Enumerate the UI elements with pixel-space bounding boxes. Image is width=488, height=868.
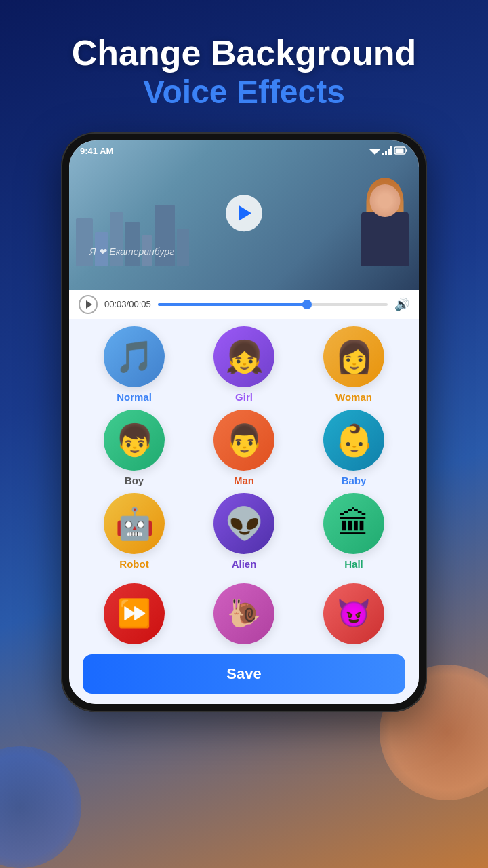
effect-circle-boy: 👦 (104, 410, 165, 471)
header-title-line1: Change Background (72, 34, 417, 73)
effect-item-normal[interactable]: 🎵Normal (83, 326, 186, 403)
progress-dot (302, 300, 312, 309)
svg-rect-5 (390, 146, 392, 155)
save-bar: Save (69, 648, 419, 704)
effect-circle-snail: 🐌 (214, 583, 274, 644)
svg-rect-8 (396, 149, 404, 153)
effect-label-man: Man (234, 475, 254, 486)
video-controls: 00:03/00:05 🔊 (69, 290, 419, 319)
effect-circle-normal: 🎵 (104, 326, 165, 387)
progress-fill (158, 303, 308, 306)
effect-circle-girl: 👧 (214, 326, 274, 387)
effect-item-snail[interactable]: 🐌 (192, 583, 296, 644)
effect-circle-fast: ⏩ (104, 583, 165, 644)
effect-label-robot: Robot (119, 558, 148, 570)
effect-label-boy: Boy (125, 475, 144, 486)
effect-label-alien: Alien (232, 558, 257, 570)
svg-rect-7 (406, 149, 407, 152)
video-play-small-button[interactable] (79, 295, 98, 314)
effect-circle-alien: 👽 (214, 493, 274, 554)
phone-screen: 9:41 AM (69, 140, 419, 704)
volume-icon[interactable]: 🔊 (394, 297, 409, 312)
progress-bar[interactable] (158, 303, 388, 306)
signal-icon (382, 146, 392, 155)
video-section: 9:41 AM (69, 140, 419, 290)
wifi-icon (369, 146, 380, 155)
water (69, 266, 419, 290)
video-time-display: 00:03/00:05 (104, 299, 151, 309)
effect-label-baby: Baby (342, 475, 367, 486)
effect-item-woman[interactable]: 👩Woman (302, 326, 405, 403)
effect-label-normal: Normal (117, 391, 152, 403)
header-title-line2: Voice Effects (72, 73, 417, 112)
battery-icon (394, 146, 408, 155)
svg-rect-2 (382, 153, 384, 155)
effect-label-hall: Hall (344, 558, 363, 570)
effect-item-alien[interactable]: 👽Alien (192, 493, 296, 570)
svg-rect-4 (388, 149, 390, 155)
video-play-button[interactable] (226, 195, 262, 231)
effect-item-man[interactable]: 👨Man (192, 410, 296, 486)
effect-circle-man: 👨 (214, 410, 274, 471)
video-overlay-text: Я ❤ Екатеринбург (89, 246, 174, 257)
effect-label-woman: Woman (336, 391, 372, 403)
phone-frame: 9:41 AM (61, 132, 427, 712)
effect-item-girl[interactable]: 👧Girl (192, 326, 296, 403)
effect-item-baby[interactable]: 👶Baby (302, 410, 405, 486)
svg-rect-3 (385, 151, 387, 155)
partial-effects-row: ⏩ 🐌 😈 (69, 580, 419, 648)
effect-item-boy[interactable]: 👦Boy (83, 410, 186, 486)
phone-wrapper: 9:41 AM (61, 132, 427, 712)
effect-circle-hall: 🏛 (323, 493, 384, 554)
bg-blob-blue (0, 746, 81, 868)
effect-item-devil[interactable]: 😈 (302, 583, 405, 644)
effect-circle-woman: 👩 (323, 326, 384, 387)
effect-circle-devil: 😈 (323, 583, 384, 644)
effect-item-robot[interactable]: 🤖Robot (83, 493, 186, 570)
status-icons (369, 146, 408, 155)
save-button[interactable]: Save (83, 654, 405, 694)
effect-circle-robot: 🤖 (104, 493, 165, 554)
effect-circle-baby: 👶 (323, 410, 384, 471)
status-time: 9:41 AM (80, 146, 113, 156)
effect-item-fast[interactable]: ⏩ (83, 583, 186, 644)
effects-grid: 🎵Normal👧Girl👩Woman👦Boy👨Man👶Baby🤖Robot👽Al… (69, 319, 419, 580)
header: Change Background Voice Effects (45, 0, 444, 125)
effect-item-hall[interactable]: 🏛Hall (302, 493, 405, 570)
effect-label-girl: Girl (235, 391, 253, 403)
